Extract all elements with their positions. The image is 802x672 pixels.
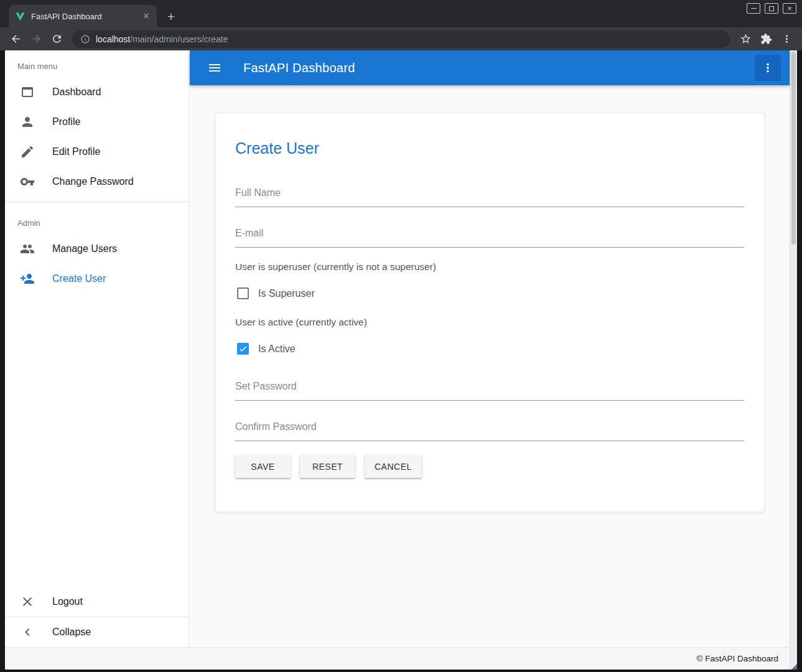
sidebar-item-label: Collapse: [52, 627, 91, 638]
full-name-input[interactable]: [235, 185, 744, 207]
browser-window: FastAPI Dashboard × + × localhost/main/a…: [0, 0, 802, 672]
superuser-checkbox-row[interactable]: Is Superuser: [237, 287, 744, 299]
browser-tab[interactable]: FastAPI Dashboard ×: [9, 5, 157, 27]
url-bar[interactable]: localhost/main/admin/users/create: [72, 30, 730, 48]
reload-button[interactable]: [47, 30, 66, 49]
email-field: [235, 225, 744, 248]
sidebar-item-label: Manage Users: [52, 243, 117, 254]
page-content: Create User User is superuser (currently…: [190, 85, 790, 647]
cancel-button[interactable]: CANCEL: [365, 455, 422, 478]
sidebar-divider: [5, 202, 189, 202]
close-button[interactable]: ×: [783, 3, 796, 14]
superuser-checkbox-label: Is Superuser: [258, 288, 315, 299]
page-scrollbar[interactable]: [790, 50, 797, 670]
star-icon: [740, 33, 752, 45]
person-icon: [20, 114, 35, 129]
forward-button[interactable]: [27, 30, 45, 49]
forward-icon: [30, 33, 42, 45]
back-button[interactable]: [6, 30, 25, 49]
appbar-title: FastAPI Dashboard: [243, 61, 755, 75]
check-icon: [238, 344, 248, 353]
active-checkbox-label: Is Active: [258, 343, 296, 355]
favicon-icon: [15, 11, 26, 22]
form-buttons: SAVE RESET CANCEL: [235, 455, 744, 478]
confirm-password-field: [235, 419, 744, 441]
full-name-field: [235, 185, 744, 207]
sidebar-item-create-user[interactable]: Create User: [5, 264, 189, 294]
browser-menu-button[interactable]: [777, 30, 796, 49]
minimize-button[interactable]: [747, 3, 760, 14]
hamburger-menu-button[interactable]: [203, 57, 226, 79]
logout-close-icon: [20, 594, 35, 609]
more-vert-icon: [781, 33, 793, 45]
sidebar-item-label: Logout: [52, 596, 83, 607]
sidebar: Main menu Dashboard Profile Edit Profile…: [5, 50, 189, 647]
sidebar-item-collapse[interactable]: Collapse: [5, 617, 189, 647]
window-controls: ×: [747, 3, 796, 14]
url-path: /main/admin/users/create: [130, 34, 228, 44]
active-checkbox-row[interactable]: Is Active: [237, 343, 744, 355]
page-footer: © FastAPI Dashboard: [5, 647, 790, 670]
close-icon: ×: [787, 4, 792, 12]
back-icon: [10, 33, 22, 45]
sidebar-section-main: Main menu: [5, 50, 189, 77]
form-title: Create User: [235, 139, 744, 157]
hamburger-icon: [207, 60, 222, 75]
save-button[interactable]: SAVE: [235, 455, 291, 478]
chevron-left-icon: [20, 625, 35, 640]
active-checkbox[interactable]: [237, 343, 249, 355]
sidebar-item-dashboard[interactable]: Dashboard: [5, 77, 189, 107]
reload-icon: [51, 33, 63, 45]
url-host: localhost: [96, 34, 130, 44]
dashboard-icon: [20, 85, 35, 100]
maximize-icon: [769, 6, 774, 11]
key-icon: [20, 174, 35, 189]
sidebar-section-admin: Admin: [5, 207, 189, 234]
sidebar-item-profile[interactable]: Profile: [5, 107, 189, 137]
new-tab-button[interactable]: +: [162, 7, 180, 26]
person-add-icon: [20, 271, 35, 286]
sidebar-item-manage-users[interactable]: Manage Users: [5, 234, 189, 264]
sidebar-bottom: Logout Collapse: [5, 587, 189, 647]
maximize-button[interactable]: [765, 3, 778, 14]
tab-title: FastAPI Dashboard: [31, 12, 135, 21]
active-hint: User is active (currently active): [235, 317, 744, 328]
app-bar: FastAPI Dashboard: [190, 50, 790, 85]
tab-close-icon[interactable]: ×: [141, 11, 152, 22]
confirm-password-input[interactable]: [235, 419, 744, 441]
sidebar-item-label: Create User: [52, 273, 106, 284]
info-icon[interactable]: [80, 34, 90, 44]
sidebar-item-label: Change Password: [52, 176, 134, 187]
set-password-field: [235, 378, 744, 401]
set-password-input[interactable]: [235, 378, 744, 401]
email-input[interactable]: [235, 225, 744, 248]
more-vert-icon: [761, 61, 775, 75]
extensions-button[interactable]: [757, 30, 775, 49]
people-icon: [20, 241, 35, 256]
minimize-icon: [751, 8, 757, 9]
resize-grip-icon: [791, 664, 797, 670]
copyright-text: © FastAPI Dashboard: [696, 654, 778, 663]
scrollbar-thumb[interactable]: [791, 52, 796, 245]
extensions-icon: [760, 33, 772, 45]
sidebar-item-change-password[interactable]: Change Password: [5, 167, 189, 197]
create-user-card: Create User User is superuser (currently…: [215, 113, 765, 512]
sidebar-item-label: Edit Profile: [52, 146, 100, 157]
sidebar-item-label: Dashboard: [52, 86, 101, 98]
web-page: Main menu Dashboard Profile Edit Profile…: [5, 50, 797, 670]
appbar-menu-button[interactable]: [755, 55, 781, 81]
browser-titlebar: FastAPI Dashboard × + ×: [0, 0, 802, 27]
superuser-checkbox[interactable]: [237, 287, 249, 299]
browser-toolbar: localhost/main/admin/users/create: [0, 27, 802, 50]
bookmark-star-button[interactable]: [736, 30, 755, 49]
sidebar-item-label: Profile: [52, 116, 80, 128]
pencil-icon: [20, 144, 35, 159]
sidebar-item-edit-profile[interactable]: Edit Profile: [5, 137, 189, 167]
superuser-hint: User is superuser (currently is not a su…: [235, 261, 744, 273]
sidebar-item-logout[interactable]: Logout: [5, 587, 189, 617]
reset-button[interactable]: RESET: [300, 455, 355, 478]
main-area: FastAPI Dashboard Create User User is su…: [190, 50, 790, 647]
